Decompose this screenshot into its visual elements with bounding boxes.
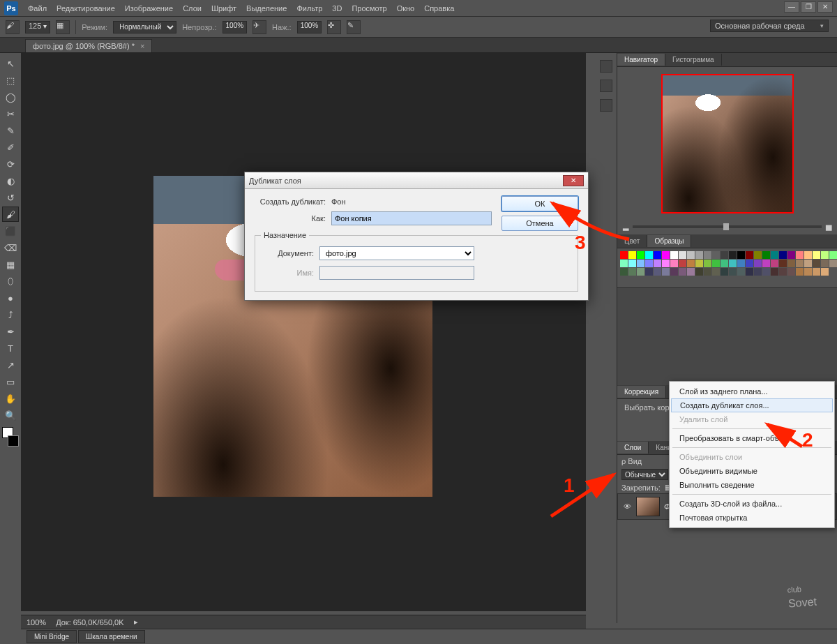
layer-filter[interactable]: ρ Вид	[621, 457, 642, 465]
tab-swatches[interactable]: Образцы	[647, 235, 691, 247]
tool-0[interactable]: ↖	[2, 56, 19, 71]
menu-3d[interactable]: 3D	[332, 4, 342, 13]
swatch[interactable]	[779, 260, 787, 267]
tool-3[interactable]: ✂	[2, 106, 19, 121]
brush-panel-icon[interactable]: ▦	[56, 20, 70, 34]
context-menu-item[interactable]: Создать дубликат слоя...	[671, 398, 833, 412]
swatch[interactable]	[620, 268, 628, 276]
swatch[interactable]	[729, 268, 737, 276]
swatch[interactable]	[796, 251, 804, 259]
swatch[interactable]	[628, 260, 636, 267]
tab-color[interactable]: Цвет	[617, 235, 647, 247]
document-tab[interactable]: фото.jpg @ 100% (RGB/8#) * ×	[25, 39, 152, 52]
tool-20[interactable]: ✋	[2, 391, 19, 406]
flow-field[interactable]: 100%	[297, 21, 322, 33]
history-panel-icon[interactable]	[600, 60, 612, 73]
swatch[interactable]	[754, 251, 762, 259]
menu-image[interactable]: Изображение	[125, 4, 173, 13]
tool-6[interactable]: ⟳	[2, 156, 19, 172]
opacity-field[interactable]: 100%	[223, 21, 248, 33]
swatch[interactable]	[737, 268, 745, 276]
canvas-area[interactable]	[21, 53, 586, 611]
window-maximize-button[interactable]: ❐	[801, 1, 816, 13]
menu-help[interactable]: Справка	[424, 4, 454, 13]
swatch[interactable]	[687, 260, 695, 267]
context-menu-item[interactable]: Выполнить сведение	[670, 478, 834, 492]
menu-filter[interactable]: Фильтр	[296, 4, 322, 13]
swatch[interactable]	[721, 251, 728, 259]
tool-5[interactable]: ✐	[2, 140, 19, 155]
window-close-button[interactable]: ✕	[817, 1, 833, 13]
tool-2[interactable]: ◯	[2, 89, 19, 105]
swatch[interactable]	[721, 268, 728, 276]
swatch[interactable]	[620, 251, 628, 259]
swatch[interactable]	[637, 251, 644, 259]
window-minimize-button[interactable]: —	[784, 1, 799, 13]
blend-mode-select-layers[interactable]: Обычные	[621, 469, 668, 480]
tool-21[interactable]: 🔍	[2, 407, 19, 423]
swatch[interactable]	[628, 251, 636, 259]
swatch[interactable]	[804, 260, 812, 267]
swatch[interactable]	[754, 268, 762, 276]
navigator-zoom-slider[interactable]: ▂ ▅	[617, 220, 837, 235]
swatch[interactable]	[771, 268, 778, 276]
tool-1[interactable]: ⬚	[2, 73, 19, 88]
swatch[interactable]	[654, 251, 661, 259]
layer-thumbnail[interactable]	[636, 497, 660, 516]
swatch[interactable]	[695, 260, 703, 267]
tool-17[interactable]: T	[2, 340, 19, 356]
swatch[interactable]	[787, 251, 795, 259]
cancel-button[interactable]: Отмена	[502, 216, 578, 231]
swatch[interactable]	[654, 260, 661, 267]
actions-panel-icon[interactable]	[600, 80, 612, 92]
menu-file[interactable]: Файл	[28, 4, 47, 13]
swatch[interactable]	[645, 260, 653, 267]
properties-panel-icon[interactable]	[600, 99, 612, 112]
document-select[interactable]: фото.jpg	[319, 246, 474, 260]
dialog-titlebar[interactable]: Дубликат слоя ✕	[245, 172, 588, 189]
swatch[interactable]	[762, 251, 770, 259]
swatch[interactable]	[796, 260, 804, 267]
swatch[interactable]	[670, 260, 678, 267]
swatch[interactable]	[737, 260, 745, 267]
swatch[interactable]	[645, 268, 653, 276]
swatch[interactable]	[679, 251, 686, 259]
swatch[interactable]	[779, 251, 787, 259]
swatch[interactable]	[654, 268, 661, 276]
menu-layers[interactable]: Слои	[183, 4, 202, 13]
swatch[interactable]	[712, 260, 720, 267]
tool-19[interactable]: ▭	[2, 374, 19, 389]
swatch[interactable]	[704, 251, 711, 259]
swatch[interactable]	[787, 260, 795, 267]
visibility-toggle-icon[interactable]: 👁	[622, 502, 632, 511]
swatch[interactable]	[712, 251, 720, 259]
tab-navigator[interactable]: Навигатор	[617, 54, 665, 66]
tab-adjustments[interactable]: Коррекция	[617, 386, 666, 398]
swatch[interactable]	[762, 268, 770, 276]
zoom-out-icon[interactable]: ▂	[623, 222, 628, 231]
tool-18[interactable]: ↗	[2, 357, 19, 373]
swatch[interactable]	[662, 260, 670, 267]
workspace-switcher[interactable]: Основная рабочая среда	[710, 20, 829, 32]
swatch[interactable]	[746, 268, 753, 276]
tool-10[interactable]: ⬛	[2, 223, 19, 239]
swatch[interactable]	[829, 260, 837, 267]
menu-type[interactable]: Шрифт	[211, 4, 236, 13]
tool-8[interactable]: ↺	[2, 190, 19, 205]
swatch[interactable]	[813, 268, 820, 276]
swatch[interactable]	[729, 260, 737, 267]
tool-16[interactable]: ✒	[2, 324, 19, 339]
swatch[interactable]	[687, 268, 695, 276]
swatch[interactable]	[687, 251, 695, 259]
swatch[interactable]	[679, 268, 686, 276]
swatch[interactable]	[796, 268, 804, 276]
zoom-readout[interactable]: 100%	[27, 618, 46, 627]
tab-mini-bridge[interactable]: Mini Bridge	[27, 630, 77, 643]
swatch[interactable]	[695, 251, 703, 259]
swatch[interactable]	[762, 260, 770, 267]
tab-layers[interactable]: Слои	[617, 442, 649, 454]
swatch[interactable]	[829, 251, 837, 259]
swatch[interactable]	[670, 251, 678, 259]
swatch[interactable]	[771, 260, 778, 267]
menu-select[interactable]: Выделение	[246, 4, 287, 13]
